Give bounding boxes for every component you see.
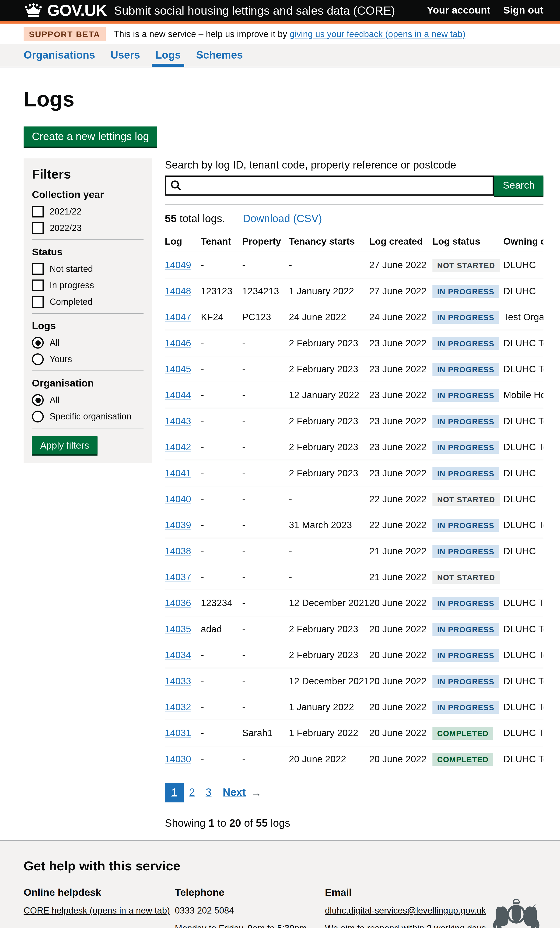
cell-tenancy-starts: 1 January 2022 <box>289 278 369 304</box>
pagination-page[interactable]: 3 <box>200 783 217 803</box>
status-badge: Not started <box>432 493 500 506</box>
cell-property: - <box>242 642 289 668</box>
nav-tab-organisations[interactable]: Organisations <box>24 44 95 67</box>
cell-owning: DLUHC <box>503 460 543 486</box>
status-badge: In progress <box>432 649 499 662</box>
table-row: 14041--2 February 202323 June 2022In pro… <box>165 460 543 486</box>
checkbox-option-2021-22[interactable]: 2021/22 <box>32 206 143 218</box>
cell-owning: DLUHC <box>503 486 543 512</box>
feedback-link[interactable]: giving us your feedback (opens in a new … <box>290 29 465 39</box>
search-box <box>165 176 494 195</box>
create-lettings-log-button[interactable]: Create a new lettings log <box>24 127 157 147</box>
cell-owning: Mobile Hou <box>503 382 543 408</box>
cell-log-status: In progress <box>432 304 503 330</box>
log-id-link[interactable]: 14037 <box>165 572 191 582</box>
log-id-link[interactable]: 14033 <box>165 676 191 686</box>
cell-log-created: 20 June 2022 <box>369 746 432 772</box>
checkbox-icon[interactable] <box>32 263 44 275</box>
cell-property: - <box>242 746 289 772</box>
log-id-link[interactable]: 14031 <box>165 728 191 738</box>
log-id-link[interactable]: 14038 <box>165 546 191 556</box>
cell-log-created: 21 June 2022 <box>369 564 432 590</box>
checkbox-option-not-started[interactable]: Not started <box>32 263 143 275</box>
cell-log-created: 22 June 2022 <box>369 486 432 512</box>
cell-tenant: KF24 <box>201 304 242 330</box>
pagination-page-current[interactable]: 1 <box>165 783 184 803</box>
cell-owning: DLUHC Tes <box>503 668 543 694</box>
sign-out-link[interactable]: Sign out <box>503 5 543 17</box>
table-row: 14047KF24PC12324 June 202224 June 2022In… <box>165 304 543 330</box>
footer-heading: Get help with this service <box>24 858 543 874</box>
search-input[interactable] <box>165 176 494 195</box>
govuk-logo[interactable]: GOV.UK <box>24 2 107 20</box>
radio-icon[interactable] <box>32 394 44 406</box>
cell-owning: DLUHC <box>503 252 543 278</box>
cell-tenancy-starts: 24 June 2022 <box>289 304 369 330</box>
cell-log-status: Not started <box>432 252 503 278</box>
cell-property: - <box>242 434 289 460</box>
filters-title: Filters <box>32 166 143 182</box>
log-id-link[interactable]: 14032 <box>165 702 191 712</box>
option-label: Specific organisation <box>50 411 131 423</box>
cell-log-created: 20 June 2022 <box>369 590 432 616</box>
checkbox-option-completed[interactable]: Completed <box>32 296 143 308</box>
log-id-link[interactable]: 14040 <box>165 494 191 504</box>
radio-icon[interactable] <box>32 411 44 423</box>
checkbox-icon[interactable] <box>32 222 44 234</box>
email-link[interactable]: dluhc.digital-services@levellingup.gov.u… <box>325 905 486 915</box>
search-button[interactable]: Search <box>494 176 543 195</box>
checkbox-option-2022-23[interactable]: 2022/23 <box>32 222 143 234</box>
checkbox-icon[interactable] <box>32 279 44 291</box>
cell-log: 14035 <box>165 616 201 642</box>
log-id-link[interactable]: 14046 <box>165 338 191 348</box>
radio-option-specific-organisation[interactable]: Specific organisation <box>32 411 143 423</box>
option-label: All <box>50 394 60 406</box>
log-id-link[interactable]: 14047 <box>165 312 191 322</box>
log-id-link[interactable]: 14043 <box>165 416 191 426</box>
nav-tab-logs[interactable]: Logs <box>156 44 181 67</box>
nav-tab-users[interactable]: Users <box>110 44 140 67</box>
cell-log: 14042 <box>165 434 201 460</box>
checkbox-icon[interactable] <box>32 206 44 218</box>
your-account-link[interactable]: Your account <box>427 5 490 17</box>
pagination-page[interactable]: 2 <box>184 783 200 803</box>
log-id-link[interactable]: 14048 <box>165 286 191 296</box>
radio-icon[interactable] <box>32 353 44 365</box>
cell-tenancy-starts: 1 January 2022 <box>289 694 369 720</box>
cell-log-created: 23 June 2022 <box>369 460 432 486</box>
radio-icon[interactable] <box>32 337 44 349</box>
log-id-link[interactable]: 14049 <box>165 260 191 270</box>
core-helpdesk-link[interactable]: CORE helpdesk (opens in a new tab) <box>24 905 170 915</box>
radio-option-all[interactable]: All <box>32 394 143 406</box>
checkbox-icon[interactable] <box>32 296 44 308</box>
log-id-link[interactable]: 14030 <box>165 754 191 764</box>
log-id-link[interactable]: 14039 <box>165 520 191 530</box>
phase-banner-text: This is a new service – help us improve … <box>114 29 465 39</box>
pagination-next-link[interactable]: Next <box>223 786 246 799</box>
radio-option-all[interactable]: All <box>32 337 143 349</box>
nav-tab-schemes[interactable]: Schemes <box>196 44 243 67</box>
log-id-link[interactable]: 14041 <box>165 468 191 478</box>
log-id-link[interactable]: 14036 <box>165 598 191 608</box>
cell-property: - <box>242 330 289 356</box>
checkbox-option-in-progress[interactable]: In progress <box>32 279 143 291</box>
cell-tenant: - <box>201 330 242 356</box>
log-id-link[interactable]: 14044 <box>165 390 191 400</box>
table-row: 14046--2 February 202323 June 2022In pro… <box>165 330 543 356</box>
log-id-link[interactable]: 14035 <box>165 624 191 634</box>
option-label: 2022/23 <box>50 222 82 234</box>
cell-log-status: In progress <box>432 278 503 304</box>
log-id-link[interactable]: 14042 <box>165 442 191 452</box>
radio-option-yours[interactable]: Yours <box>32 353 143 365</box>
cell-log-status: In progress <box>432 590 503 616</box>
cell-owning: DLUHC Tes <box>503 642 543 668</box>
log-id-link[interactable]: 14045 <box>165 364 191 374</box>
apply-filters-button[interactable]: Apply filters <box>32 436 97 454</box>
cell-owning: Test Organi <box>503 304 543 330</box>
download-csv-link[interactable]: Download (CSV) <box>243 213 322 225</box>
log-id-link[interactable]: 14034 <box>165 650 191 660</box>
total-logs-text: 55 total logs. <box>165 213 225 225</box>
filter-divider <box>32 239 143 240</box>
cell-log: 14032 <box>165 694 201 720</box>
service-name[interactable]: Submit social housing lettings and sales… <box>114 4 427 17</box>
